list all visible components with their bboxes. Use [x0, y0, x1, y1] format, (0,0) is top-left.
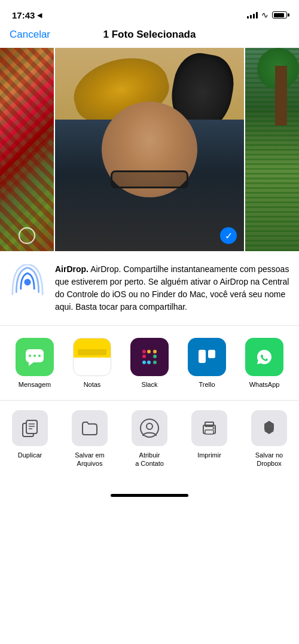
select-circle-left	[19, 227, 35, 244]
slack-label: Slack	[142, 381, 158, 388]
share-apps-section: Mensagem Notas	[0, 326, 299, 401]
svg-rect-8	[147, 350, 151, 353]
notas-label: Notas	[84, 381, 101, 388]
home-indicator	[111, 494, 188, 497]
signal-bar-3	[253, 14, 255, 19]
trello-icon	[188, 338, 226, 376]
svg-rect-7	[142, 350, 146, 353]
share-apps-row: Mensagem Notas	[0, 338, 299, 388]
action-salvar-arquivos[interactable]: Salvar em Arquivos	[60, 410, 120, 468]
svg-rect-26	[205, 430, 213, 434]
atribuir-contato-label: Atribuir a Contato	[135, 451, 164, 468]
airdrop-section[interactable]: AirDrop. AirDrop. Compartilhe instantane…	[0, 251, 299, 326]
photo-left[interactable]	[0, 48, 54, 251]
action-duplicar[interactable]: Duplicar	[0, 410, 60, 468]
mensagem-label: Mensagem	[19, 381, 51, 388]
photo-right[interactable]	[245, 48, 299, 251]
dropbox-icon-box	[251, 410, 287, 446]
share-app-whatsapp[interactable]: WhatsApp	[236, 338, 293, 388]
svg-rect-11	[153, 361, 157, 364]
svg-rect-10	[153, 355, 157, 358]
action-row: Duplicar Salvar em Arquivos Atribuir a C…	[0, 401, 299, 478]
svg-point-0	[24, 279, 30, 285]
signal-bar-1	[247, 16, 249, 19]
whatsapp-icon	[245, 338, 283, 376]
battery-icon	[272, 11, 287, 19]
share-app-notas[interactable]: Notas	[63, 338, 121, 388]
salvar-arquivos-label: Salvar em Arquivos	[75, 451, 105, 468]
home-indicator-area	[0, 478, 299, 502]
svg-rect-12	[147, 361, 151, 364]
share-app-mensagem[interactable]: Mensagem	[6, 338, 63, 388]
save-files-icon-box	[72, 410, 108, 446]
trello-label: Trello	[199, 381, 215, 388]
svg-rect-6	[142, 355, 146, 358]
svg-marker-2	[29, 362, 33, 366]
assign-contact-icon-box	[132, 410, 167, 446]
svg-rect-14	[199, 350, 206, 363]
messages-icon	[16, 338, 54, 376]
share-app-slack[interactable]: Slack	[121, 338, 178, 388]
cancel-button[interactable]: Cancelar	[10, 29, 50, 41]
svg-point-3	[29, 355, 31, 357]
tree-trunk	[275, 66, 287, 126]
man-face	[55, 120, 244, 251]
action-imprimir[interactable]: Imprimir	[179, 410, 239, 468]
svg-point-5	[38, 355, 41, 357]
glasses	[111, 170, 188, 188]
signal-bars	[247, 11, 258, 19]
checkmark-badge: ✓	[220, 227, 237, 244]
whatsapp-label: WhatsApp	[249, 381, 280, 388]
action-salvar-dropbox[interactable]: Salvar no Dropbox	[239, 410, 299, 468]
photo-center[interactable]: ✓	[55, 48, 244, 251]
photo-center-bg: ✓	[55, 48, 244, 251]
svg-rect-13	[142, 361, 146, 364]
svg-rect-18	[26, 420, 37, 434]
photo-grid: ✓	[0, 48, 299, 251]
svg-rect-15	[208, 350, 215, 358]
location-icon: ◀	[37, 11, 42, 19]
battery-fill	[274, 13, 284, 17]
svg-point-4	[33, 355, 36, 357]
action-atribuir-contato[interactable]: Atribuir a Contato	[120, 410, 179, 468]
wifi-icon: ∿	[261, 10, 269, 20]
print-icon-box	[191, 410, 227, 446]
photo-right-bg	[245, 48, 299, 251]
status-icons: ∿	[247, 10, 287, 20]
salvar-dropbox-label: Salvar no Dropbox	[255, 451, 283, 468]
notes-icon	[73, 338, 111, 376]
imprimir-label: Imprimir	[197, 451, 221, 459]
share-app-trello[interactable]: Trello	[178, 338, 236, 388]
svg-point-27	[213, 428, 215, 429]
svg-rect-9	[153, 350, 157, 353]
status-bar: 17:43 ◀ ∿	[0, 0, 299, 26]
photo-left-bg	[0, 48, 54, 251]
signal-bar-4	[256, 12, 258, 19]
airdrop-description: AirDrop. AirDrop. Compartilhe instantane…	[55, 263, 289, 313]
svg-point-23	[147, 423, 152, 429]
status-time: 17:43	[12, 10, 35, 20]
nav-bar: Cancelar 1 Foto Selecionada	[0, 26, 299, 48]
airdrop-icon	[10, 263, 45, 299]
slack-icon	[130, 338, 169, 376]
duplicar-label: Duplicar	[18, 451, 42, 459]
page-title: 1 Foto Selecionada	[103, 29, 196, 41]
duplicate-icon-box	[12, 410, 48, 446]
signal-bar-2	[250, 15, 252, 19]
